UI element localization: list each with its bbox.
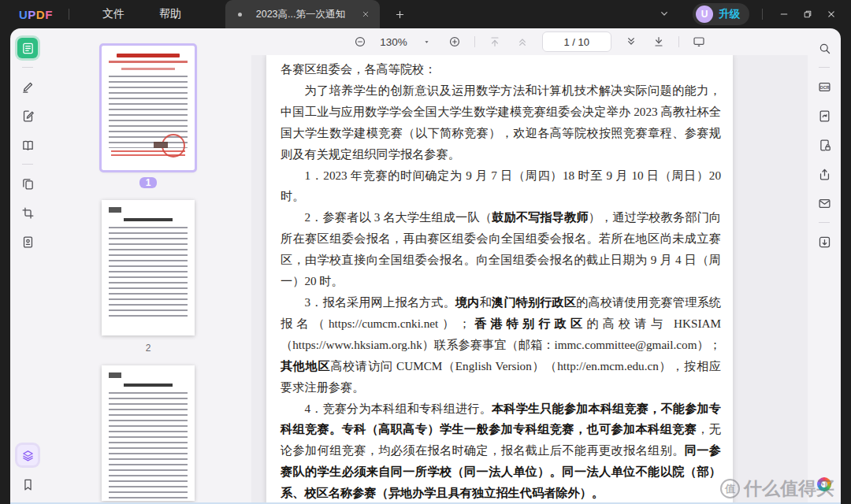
logo-letter: U — [19, 8, 28, 21]
divider — [678, 36, 679, 47]
menu-help[interactable]: 帮助 — [159, 7, 181, 21]
divider — [22, 164, 33, 165]
annotate-icon[interactable] — [17, 76, 38, 97]
page-indicator[interactable]: 1 / 10 — [542, 32, 611, 52]
left-tool-rail — [10, 28, 45, 502]
updf-logo: UPDF — [19, 8, 53, 21]
page-thumbnail[interactable] — [102, 46, 195, 170]
page-thumbnail[interactable] — [102, 200, 195, 335]
doc-paragraph: 为了培养学生的创新意识及运用数学方法和计算机技术解决实际问题的能力，中国工业与应… — [281, 80, 721, 165]
tab-modified-dot — [238, 13, 242, 17]
thumbnail-panel: 123 — [45, 28, 251, 502]
thumbnail-page-number: 2 — [146, 343, 151, 354]
email-icon[interactable] — [814, 193, 834, 213]
divider — [819, 222, 830, 223]
chevron-down-icon[interactable] — [658, 7, 672, 21]
crop-icon[interactable] — [17, 202, 38, 223]
svg-text:OCR: OCR — [819, 84, 829, 89]
page-thumbnail[interactable] — [102, 365, 195, 501]
app-window: 123 130%1 / 10 各赛区组委会，各高等院校：为了培养学生的创新意识及… — [10, 28, 841, 504]
divider — [762, 9, 763, 20]
compress-icon[interactable] — [814, 232, 834, 252]
convert-icon[interactable] — [814, 106, 834, 126]
document-toolbar: 130%1 / 10 — [251, 28, 808, 55]
logo-letter: P — [28, 8, 36, 21]
doc-paragraph: 各赛区组委会，各高等院校： — [281, 59, 721, 80]
zoom-in-button[interactable] — [447, 34, 463, 50]
doc-paragraph: 1．2023 年竞赛的时间确定为 9 月 7 日（周四）18 时至 9 月 10… — [281, 165, 721, 208]
previous-page-button[interactable] — [515, 34, 530, 50]
doc-paragraph: 2．参赛者以 3 名大学生组成一队（鼓励不写指导教师），通过学校教务部门向所在赛… — [281, 207, 721, 292]
search-icon[interactable] — [814, 38, 834, 58]
share-export-icon[interactable] — [814, 164, 834, 184]
protect-document-icon[interactable] — [814, 135, 834, 155]
tab-close-icon[interactable] — [359, 8, 372, 20]
menu-file[interactable]: 文件 — [102, 7, 124, 21]
avatar: U — [696, 6, 713, 23]
pdf-page: 各赛区组委会，各高等院校：为了培养学生的创新意识及运用数学方法和计算机技术解决实… — [266, 55, 733, 502]
restore-button[interactable] — [796, 3, 819, 25]
ai-assistant-icon[interactable] — [17, 445, 38, 465]
titlebar: UPDF 文件 帮助 2023高...第一次通知 U 升级 — [0, 0, 851, 28]
zoom-level: 130% — [380, 36, 407, 48]
divider — [474, 36, 475, 47]
edit-pdf-icon[interactable] — [17, 106, 38, 126]
document-tab[interactable]: 2023高...第一次通知 — [225, 0, 380, 28]
account-pill[interactable]: U 升级 — [693, 3, 749, 25]
thumbnail-panel-icon[interactable] — [17, 38, 38, 58]
right-tool-rail: OCR — [808, 28, 841, 502]
new-tab-button[interactable] — [392, 6, 408, 22]
reader-mode-icon[interactable] — [17, 135, 38, 155]
divider — [819, 67, 830, 68]
next-page-button[interactable] — [623, 34, 639, 50]
last-page-button[interactable] — [651, 34, 667, 50]
upgrade-button[interactable]: 升级 — [719, 7, 740, 21]
presentation-button[interactable] — [691, 34, 707, 50]
page-scroll-area[interactable]: 各赛区组委会，各高等院校：为了培养学生的创新意识及运用数学方法和计算机技术解决实… — [251, 55, 808, 502]
bookmark-icon[interactable] — [17, 474, 38, 495]
close-button[interactable] — [819, 3, 843, 25]
sign-stamp-icon[interactable] — [17, 232, 38, 252]
tab-title: 2023高...第一次通知 — [248, 8, 353, 21]
ocr-icon[interactable]: OCR — [814, 76, 834, 97]
doc-paragraph: 4．竞赛分为本科组和专科组进行。本科学生只能参加本科组竞赛，不能参加专科组竞赛。… — [281, 398, 721, 503]
first-page-button[interactable] — [487, 34, 503, 50]
zoom-menu-caret-icon[interactable] — [419, 34, 435, 50]
zoom-out-button[interactable] — [352, 34, 368, 50]
ai-flower-icon[interactable] — [814, 474, 834, 495]
divider — [69, 9, 69, 20]
thumbnail-page-number: 1 — [139, 177, 157, 188]
logo-letter: F — [45, 8, 53, 21]
organize-pages-icon[interactable] — [17, 173, 38, 194]
document-viewer: 130%1 / 10 各赛区组委会，各高等院校：为了培养学生的创新意识及运用数学… — [251, 28, 808, 502]
logo-letter: D — [36, 8, 45, 21]
doc-paragraph: 3．报名采用网上报名方式。境内和澳门特别行政区的高校请使用竞赛管理系统报名（ht… — [281, 292, 721, 398]
minimize-button[interactable] — [772, 3, 796, 25]
divider — [22, 67, 33, 68]
